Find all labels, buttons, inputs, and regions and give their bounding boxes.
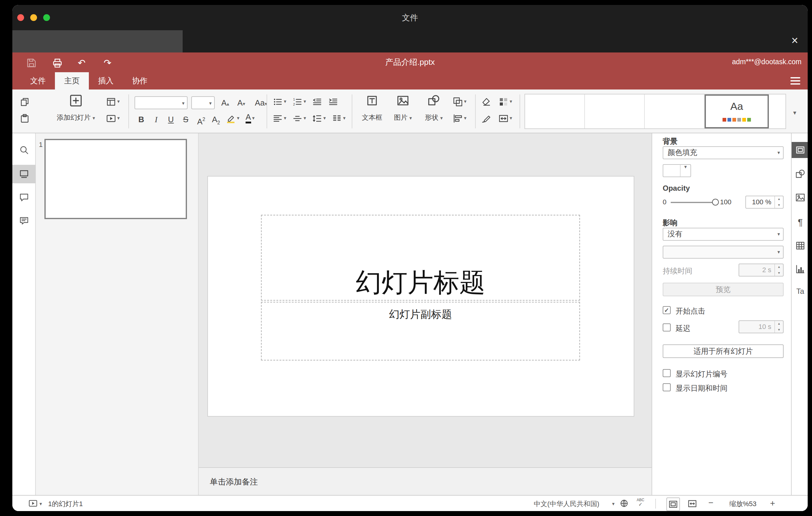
increase-indent-icon[interactable]	[328, 97, 338, 107]
theme-item-selected[interactable]: Aa	[705, 94, 769, 128]
italic-button[interactable]: I	[150, 114, 162, 126]
tab-insert[interactable]: 插入	[89, 72, 123, 89]
chart-settings-icon[interactable]	[795, 264, 805, 274]
slide-thumbnail[interactable]	[45, 139, 187, 219]
spellcheck-icon[interactable]: ABC ✓	[634, 498, 647, 509]
tab-file[interactable]: 文件	[21, 72, 55, 89]
opacity-slider-knob[interactable]	[712, 199, 719, 205]
spin-down-icon[interactable]: ▾	[775, 327, 783, 333]
numbering-button[interactable]: 12 ▾	[292, 97, 306, 107]
opacity-spinner[interactable]: 100 % ▴▾	[745, 196, 784, 209]
bold-button[interactable]: B	[136, 114, 147, 126]
theme-item-blank-1[interactable]	[525, 94, 585, 128]
traffic-zoom-button[interactable]	[43, 14, 50, 21]
effect-type-select[interactable]: ▾	[663, 246, 784, 259]
tab-collaboration[interactable]: 协作	[123, 72, 157, 89]
notes-area[interactable]: 单击添加备注	[199, 467, 651, 495]
theme-gallery-more-button[interactable]: ▾	[788, 94, 801, 129]
opacity-slider-track[interactable]	[671, 202, 716, 203]
spin-down-icon[interactable]: ▾	[775, 202, 783, 208]
underline-button[interactable]: U	[165, 114, 176, 126]
textbox-label: 文本框	[358, 113, 386, 122]
right-tool-panel: ¶ Ta	[791, 133, 808, 495]
font-color-button[interactable]: A ▾	[245, 113, 255, 123]
start-slideshow-status-icon[interactable]	[28, 499, 38, 509]
search-icon[interactable]	[19, 145, 29, 155]
insert-shape-button[interactable]: 形状 ▾	[419, 89, 448, 133]
slide-settings-tab[interactable]	[792, 142, 808, 158]
comments-icon[interactable]	[19, 193, 29, 202]
theme-item-blank-2[interactable]	[585, 94, 645, 128]
delay-spinner[interactable]: 10 s ▴▾	[738, 320, 784, 333]
change-case-button[interactable]: Aa▾	[252, 97, 270, 109]
clear-style-icon[interactable]	[481, 97, 491, 107]
strikethrough-button[interactable]: S	[180, 114, 191, 126]
zoom-in-icon[interactable]: +	[770, 498, 775, 508]
close-icon[interactable]: ×	[787, 33, 803, 49]
apply-to-all-slides-button[interactable]: 适用于所有幻灯片	[663, 344, 784, 358]
decrease-indent-icon[interactable]	[312, 97, 322, 107]
delay-checkbox[interactable]	[663, 323, 671, 332]
fill-type-select[interactable]: 颜色填充 ▾	[663, 146, 784, 159]
slides-panel-icon[interactable]	[19, 169, 29, 179]
insert-textbox-button[interactable]: 文本框	[358, 89, 386, 133]
effect-select[interactable]: 没有 ▾	[663, 228, 784, 241]
table-settings-icon[interactable]	[795, 241, 805, 251]
textart-settings-icon[interactable]: Ta	[795, 287, 805, 297]
align-shapes-button[interactable]: ▾	[453, 114, 466, 123]
increase-font-button[interactable]: A▴	[219, 97, 232, 109]
tab-home[interactable]: 主页	[55, 72, 89, 89]
fit-to-slide-icon[interactable]	[666, 497, 680, 511]
caret-down-icon[interactable]: ▾	[39, 502, 42, 507]
chat-icon[interactable]	[19, 216, 29, 226]
slide-canvas[interactable]: 幻灯片标题 幻灯片副标题	[208, 176, 634, 416]
spin-up-icon[interactable]: ▴	[775, 196, 783, 202]
traffic-close-button[interactable]	[17, 14, 24, 21]
subscript-button[interactable]: A2	[210, 114, 222, 129]
theme-item-blank-3[interactable]	[645, 94, 705, 128]
color-scheme-button[interactable]: ▾	[498, 97, 512, 107]
spin-down-icon[interactable]: ▾	[775, 270, 783, 276]
copy-icon[interactable]	[20, 97, 30, 107]
start-slideshow-button[interactable]: ▾	[106, 114, 120, 123]
fill-color-picker[interactable]: ▾	[663, 164, 691, 177]
preview-button[interactable]: 预览	[663, 283, 784, 296]
decrease-font-button[interactable]: A▾	[234, 97, 248, 109]
document-language-icon[interactable]	[619, 499, 629, 509]
line-spacing-button[interactable]: ▾	[312, 114, 326, 123]
spin-up-icon[interactable]: ▴	[775, 321, 783, 327]
vertical-align-button[interactable]: ▾	[292, 114, 306, 123]
paragraph-settings-icon[interactable]: ¶	[795, 217, 805, 227]
paste-icon[interactable]	[20, 114, 30, 123]
traffic-minimize-button[interactable]	[30, 14, 37, 21]
copy-style-icon[interactable]	[481, 114, 491, 123]
font-name-combobox[interactable]: ▾	[135, 96, 187, 109]
duration-spinner[interactable]: 2 s ▴▾	[738, 263, 784, 277]
shape-settings-icon[interactable]	[795, 169, 805, 179]
language-label[interactable]: 中文(中华人民共和国)	[534, 499, 600, 509]
add-slide-button[interactable]: 添加幻灯片 ▾	[48, 89, 104, 133]
insert-image-button[interactable]: 图片 ▾	[389, 89, 417, 133]
shape-icon	[428, 94, 440, 107]
font-size-combobox[interactable]: ▾	[191, 96, 215, 109]
start-click-checkbox[interactable]: ✓	[663, 306, 671, 314]
title-placeholder[interactable]: 幻灯片标题	[261, 215, 580, 300]
highlight-color-button[interactable]: ▾	[226, 114, 239, 123]
caret-down-icon: ▾	[323, 116, 326, 121]
columns-button[interactable]: ▾	[332, 114, 346, 123]
bullets-button[interactable]: ▾	[273, 97, 286, 107]
show-date-time-checkbox[interactable]	[663, 383, 671, 391]
subtitle-placeholder[interactable]: 幻灯片副标题	[261, 302, 580, 361]
view-settings-icon[interactable]	[790, 77, 800, 85]
image-settings-icon[interactable]	[795, 193, 805, 202]
theme-item-blank-4[interactable]	[769, 94, 785, 128]
spin-up-icon[interactable]: ▴	[775, 264, 783, 270]
zoom-out-icon[interactable]: −	[708, 497, 713, 507]
fit-to-width-icon[interactable]	[687, 499, 697, 509]
superscript-button[interactable]: A2	[195, 114, 207, 128]
arrange-shapes-button[interactable]: ▾	[453, 97, 466, 107]
horizontal-align-button[interactable]: ▾	[273, 114, 286, 123]
show-slide-number-checkbox[interactable]	[663, 369, 671, 377]
slide-size-button[interactable]: ▾	[498, 114, 512, 123]
change-layout-button[interactable]: ▾	[106, 97, 120, 107]
